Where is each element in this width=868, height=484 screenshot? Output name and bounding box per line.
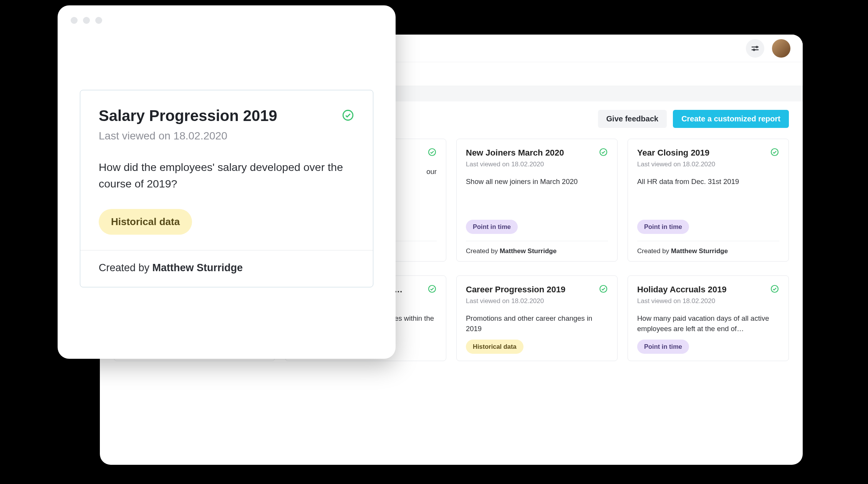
sliders-icon <box>751 44 759 53</box>
tag-historical-data: Historical data <box>466 340 523 354</box>
modal-footer: Created by Matthew Sturridge <box>80 250 373 287</box>
window-controls <box>71 17 102 24</box>
card-title: Year Closing 2019 <box>637 148 709 158</box>
card-desc: Show all new joiners in March 2020 <box>466 177 608 214</box>
card-subtitle: Last viewed on 18.02.2020 <box>466 297 608 305</box>
check-icon <box>770 148 779 158</box>
report-detail-card[interactable]: Salary Progression 2019 Last viewed on 1… <box>80 90 373 287</box>
settings-button[interactable] <box>746 39 764 58</box>
svg-point-7 <box>343 110 353 120</box>
card-footer: Created by Matthew Sturridge <box>637 241 779 261</box>
modal-subtitle: Last viewed on 18.02.2020 <box>99 130 354 142</box>
report-card[interactable]: Career Progression 2019 Last viewed on 1… <box>456 275 618 361</box>
modal-description: How did the employees' salary developed … <box>99 159 354 192</box>
tag-point-in-time: Point in time <box>466 220 518 234</box>
card-desc: All HR data from Dec. 31st 2019 <box>637 177 779 214</box>
modal-title: Salary Progression 2019 <box>99 107 277 124</box>
window-dot[interactable] <box>83 17 90 24</box>
check-icon <box>599 284 608 295</box>
check-icon <box>427 148 437 158</box>
tag-historical-data: Historical data <box>99 209 192 235</box>
report-card[interactable]: Year Closing 2019 Last viewed on 18.02.2… <box>628 139 789 262</box>
check-icon <box>427 284 437 295</box>
check-icon <box>341 109 354 123</box>
card-title: New Joiners March 2020 <box>466 148 564 158</box>
card-subtitle: Last viewed on 18.02.2020 <box>466 161 608 168</box>
check-icon <box>770 284 779 295</box>
tag-point-in-time: Point in time <box>637 340 689 354</box>
check-icon <box>599 148 608 158</box>
card-footer: Created by Matthew Sturridge <box>466 241 608 261</box>
give-feedback-button[interactable]: Give feedback <box>598 110 667 128</box>
tag-point-in-time: Point in time <box>637 220 689 234</box>
card-subtitle: Last viewed on 18.02.2020 <box>637 297 779 305</box>
card-desc: Promotions and other career changes in 2… <box>466 313 608 334</box>
card-desc: How many paid vacation days of all activ… <box>637 313 779 334</box>
modal-window: Salary Progression 2019 Last viewed on 1… <box>58 5 396 359</box>
window-dot[interactable] <box>71 17 78 24</box>
card-title: Holiday Accruals 2019 <box>637 284 727 295</box>
window-dot[interactable] <box>95 17 102 24</box>
report-card[interactable]: New Joiners March 2020 Last viewed on 18… <box>456 139 618 262</box>
card-title: Career Progression 2019 <box>466 284 565 295</box>
report-card[interactable]: Holiday Accruals 2019 Last viewed on 18.… <box>628 275 789 361</box>
card-subtitle: Last viewed on 18.02.2020 <box>637 161 779 168</box>
create-report-button[interactable]: Create a customized report <box>673 110 789 128</box>
avatar[interactable] <box>772 39 790 58</box>
